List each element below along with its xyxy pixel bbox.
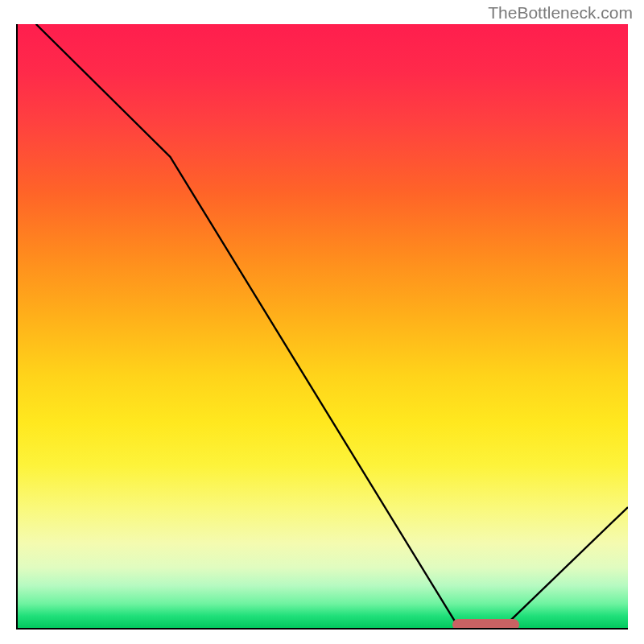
chart-line-curve [18, 24, 628, 628]
curve-path [36, 24, 628, 625]
chart-plot-area [16, 24, 628, 630]
chart-optimal-marker [452, 619, 520, 630]
watermark-text: TheBottleneck.com [488, 3, 633, 23]
